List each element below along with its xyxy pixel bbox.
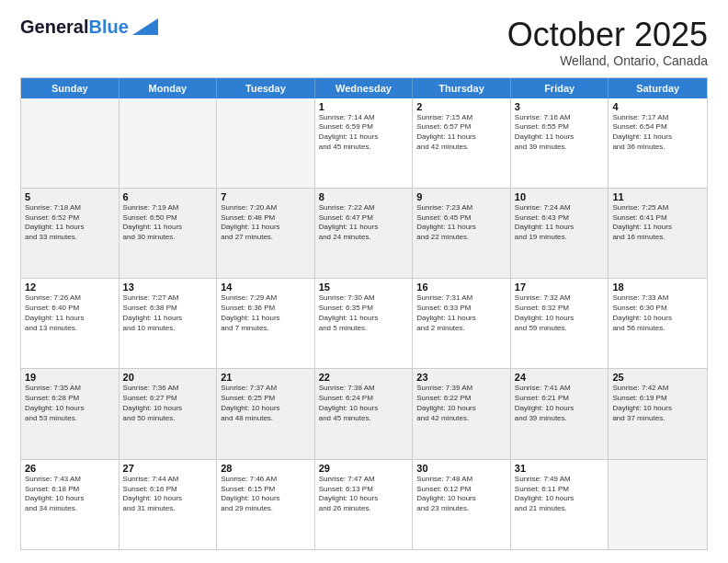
day-number: 23: [416, 372, 506, 383]
cell-info: Sunrise: 7:39 AM Sunset: 6:22 PM Dayligh…: [416, 384, 506, 423]
cell-info: Sunrise: 7:29 AM Sunset: 6:36 PM Dayligh…: [221, 293, 311, 333]
header-day-sunday: Sunday: [21, 78, 119, 98]
cal-cell-day-28: 28Sunrise: 7:46 AM Sunset: 6:15 PM Dayli…: [217, 460, 315, 549]
cal-cell-day-24: 24Sunrise: 7:41 AM Sunset: 6:21 PM Dayli…: [511, 369, 609, 458]
day-number: 21: [221, 372, 311, 383]
cell-info: Sunrise: 7:49 AM Sunset: 6:11 PM Dayligh…: [515, 475, 605, 514]
cell-info: Sunrise: 7:43 AM Sunset: 6:18 PM Dayligh…: [25, 475, 115, 514]
cal-cell-day-26: 26Sunrise: 7:43 AM Sunset: 6:18 PM Dayli…: [21, 460, 119, 549]
day-number: 7: [221, 191, 311, 202]
logo-icon: [132, 18, 158, 35]
day-number: 14: [221, 282, 311, 293]
cal-cell-day-14: 14Sunrise: 7:29 AM Sunset: 6:36 PM Dayli…: [217, 279, 315, 368]
cal-cell-day-25: 25Sunrise: 7:42 AM Sunset: 6:19 PM Dayli…: [609, 369, 707, 458]
cell-info: Sunrise: 7:15 AM Sunset: 6:57 PM Dayligh…: [416, 113, 506, 153]
day-number: 25: [612, 372, 703, 383]
day-number: 8: [319, 191, 409, 202]
day-number: 10: [515, 191, 605, 202]
day-number: 11: [612, 191, 703, 202]
cell-info: Sunrise: 7:41 AM Sunset: 6:21 PM Dayligh…: [515, 384, 605, 423]
day-number: 24: [515, 372, 605, 383]
title-block: October 2025 Welland, Ontario, Canada: [507, 17, 708, 68]
cal-cell-day-29: 29Sunrise: 7:47 AM Sunset: 6:13 PM Dayli…: [315, 460, 414, 549]
day-number: 17: [515, 282, 605, 293]
cal-cell-day-8: 8Sunrise: 7:22 AM Sunset: 6:47 PM Daylig…: [315, 189, 414, 278]
calendar-row-0: 1Sunrise: 7:14 AM Sunset: 6:59 PM Daylig…: [21, 98, 707, 189]
cal-cell-day-10: 10Sunrise: 7:24 AM Sunset: 6:43 PM Dayli…: [511, 189, 609, 278]
location: Welland, Ontario, Canada: [507, 53, 708, 68]
page: GeneralBlue October 2025 Welland, Ontari…: [0, 0, 728, 563]
cell-info: Sunrise: 7:36 AM Sunset: 6:27 PM Dayligh…: [123, 384, 213, 423]
cal-cell-day-11: 11Sunrise: 7:25 AM Sunset: 6:41 PM Dayli…: [609, 189, 707, 278]
cal-cell-day-31: 31Sunrise: 7:49 AM Sunset: 6:11 PM Dayli…: [511, 460, 609, 549]
day-number: 3: [515, 101, 605, 112]
header-day-thursday: Thursday: [413, 78, 511, 98]
day-number: 15: [319, 282, 409, 293]
cell-info: Sunrise: 7:24 AM Sunset: 6:43 PM Dayligh…: [515, 203, 605, 243]
cal-cell-day-20: 20Sunrise: 7:36 AM Sunset: 6:27 PM Dayli…: [119, 369, 218, 458]
cal-cell-day-1: 1Sunrise: 7:14 AM Sunset: 6:59 PM Daylig…: [315, 98, 414, 188]
cell-info: Sunrise: 7:16 AM Sunset: 6:55 PM Dayligh…: [515, 113, 605, 153]
header-day-friday: Friday: [511, 78, 609, 98]
cal-cell-day-21: 21Sunrise: 7:37 AM Sunset: 6:25 PM Dayli…: [217, 369, 315, 458]
cell-info: Sunrise: 7:18 AM Sunset: 6:52 PM Dayligh…: [25, 203, 115, 243]
cell-info: Sunrise: 7:25 AM Sunset: 6:41 PM Dayligh…: [612, 203, 703, 243]
cell-info: Sunrise: 7:19 AM Sunset: 6:50 PM Dayligh…: [123, 203, 213, 243]
day-number: 22: [319, 372, 409, 383]
header-day-wednesday: Wednesday: [315, 78, 414, 98]
cell-info: Sunrise: 7:26 AM Sunset: 6:40 PM Dayligh…: [25, 293, 115, 333]
cal-cell-day-3: 3Sunrise: 7:16 AM Sunset: 6:55 PM Daylig…: [511, 98, 609, 188]
day-number: 19: [25, 372, 115, 383]
cal-cell-empty: [609, 460, 707, 549]
cell-info: Sunrise: 7:46 AM Sunset: 6:15 PM Dayligh…: [221, 475, 311, 514]
day-number: 13: [123, 282, 213, 293]
cell-info: Sunrise: 7:30 AM Sunset: 6:35 PM Dayligh…: [319, 293, 409, 333]
cell-info: Sunrise: 7:23 AM Sunset: 6:45 PM Dayligh…: [416, 203, 506, 243]
day-number: 6: [123, 191, 213, 202]
day-number: 5: [25, 191, 115, 202]
calendar: SundayMondayTuesdayWednesdayThursdayFrid…: [20, 77, 708, 550]
cal-cell-day-7: 7Sunrise: 7:20 AM Sunset: 6:48 PM Daylig…: [217, 189, 315, 278]
cal-cell-day-12: 12Sunrise: 7:26 AM Sunset: 6:40 PM Dayli…: [21, 279, 119, 368]
header-day-tuesday: Tuesday: [217, 78, 315, 98]
cell-info: Sunrise: 7:17 AM Sunset: 6:54 PM Dayligh…: [612, 113, 703, 153]
calendar-row-4: 26Sunrise: 7:43 AM Sunset: 6:18 PM Dayli…: [21, 460, 707, 549]
cell-info: Sunrise: 7:37 AM Sunset: 6:25 PM Dayligh…: [221, 384, 311, 423]
cal-cell-day-22: 22Sunrise: 7:38 AM Sunset: 6:24 PM Dayli…: [315, 369, 414, 458]
cell-info: Sunrise: 7:44 AM Sunset: 6:16 PM Dayligh…: [123, 475, 213, 514]
cal-cell-day-23: 23Sunrise: 7:39 AM Sunset: 6:22 PM Dayli…: [413, 369, 511, 458]
day-number: 27: [123, 463, 213, 474]
day-number: 9: [416, 191, 506, 202]
day-number: 16: [416, 282, 506, 293]
cal-cell-day-16: 16Sunrise: 7:31 AM Sunset: 6:33 PM Dayli…: [413, 279, 511, 368]
cal-cell-day-18: 18Sunrise: 7:33 AM Sunset: 6:30 PM Dayli…: [609, 279, 707, 368]
day-number: 26: [25, 463, 115, 474]
day-number: 12: [25, 282, 115, 293]
cal-cell-day-4: 4Sunrise: 7:17 AM Sunset: 6:54 PM Daylig…: [609, 98, 707, 188]
day-number: 18: [612, 282, 703, 293]
calendar-header: SundayMondayTuesdayWednesdayThursdayFrid…: [21, 78, 707, 98]
logo-general: GeneralBlue: [20, 17, 129, 37]
calendar-row-3: 19Sunrise: 7:35 AM Sunset: 6:28 PM Dayli…: [21, 369, 707, 459]
logo: GeneralBlue: [20, 17, 158, 37]
cell-info: Sunrise: 7:33 AM Sunset: 6:30 PM Dayligh…: [612, 293, 703, 333]
cell-info: Sunrise: 7:35 AM Sunset: 6:28 PM Dayligh…: [25, 384, 115, 423]
cell-info: Sunrise: 7:14 AM Sunset: 6:59 PM Dayligh…: [319, 113, 409, 153]
header-day-monday: Monday: [119, 78, 218, 98]
cal-cell-day-19: 19Sunrise: 7:35 AM Sunset: 6:28 PM Dayli…: [21, 369, 119, 458]
cell-info: Sunrise: 7:48 AM Sunset: 6:12 PM Dayligh…: [416, 475, 506, 514]
cal-cell-empty: [119, 98, 218, 188]
day-number: 2: [416, 101, 506, 112]
calendar-row-2: 12Sunrise: 7:26 AM Sunset: 6:40 PM Dayli…: [21, 279, 707, 369]
day-number: 30: [416, 463, 506, 474]
cell-info: Sunrise: 7:32 AM Sunset: 6:32 PM Dayligh…: [515, 293, 605, 333]
cal-cell-day-13: 13Sunrise: 7:27 AM Sunset: 6:38 PM Dayli…: [119, 279, 218, 368]
cell-info: Sunrise: 7:38 AM Sunset: 6:24 PM Dayligh…: [319, 384, 409, 423]
cal-cell-day-5: 5Sunrise: 7:18 AM Sunset: 6:52 PM Daylig…: [21, 189, 119, 278]
cal-cell-day-2: 2Sunrise: 7:15 AM Sunset: 6:57 PM Daylig…: [413, 98, 511, 188]
day-number: 20: [123, 372, 213, 383]
cell-info: Sunrise: 7:20 AM Sunset: 6:48 PM Dayligh…: [221, 203, 311, 243]
day-number: 31: [515, 463, 605, 474]
calendar-body: 1Sunrise: 7:14 AM Sunset: 6:59 PM Daylig…: [21, 98, 707, 549]
cal-cell-day-17: 17Sunrise: 7:32 AM Sunset: 6:32 PM Dayli…: [511, 279, 609, 368]
